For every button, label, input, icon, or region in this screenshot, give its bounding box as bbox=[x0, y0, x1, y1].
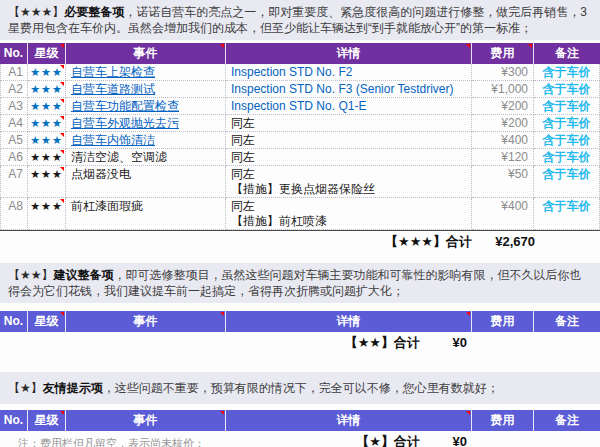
header-star-level: 星级 bbox=[28, 43, 66, 64]
header-note: 备注 bbox=[534, 410, 600, 431]
header-detail: 详情 bbox=[226, 410, 472, 431]
table-row: A4 ★★★ 自营车外观抛光去污 同左 ¥200 含于车价 bbox=[0, 115, 600, 132]
total-label: 【★★】合计 bbox=[0, 334, 420, 352]
star-tag: 【★★★】 bbox=[8, 5, 64, 19]
row-no: A7 bbox=[0, 166, 28, 198]
row-detail[interactable]: Inspection STD No. Q1-E bbox=[226, 98, 472, 115]
row-detail: 同左 bbox=[226, 132, 472, 149]
row-event-link[interactable]: 自营车外观抛光去污 bbox=[66, 115, 226, 132]
row-fee: ¥400 bbox=[472, 198, 534, 230]
total-row-one-star: 注：费用栏但凡留空，表示尚未核价； 【★】合计 ¥0 bbox=[0, 433, 600, 447]
section-title: 友情提示项 bbox=[43, 381, 103, 395]
header-fee: 费用 bbox=[472, 311, 534, 332]
row-star-rating: ★★★ bbox=[28, 98, 66, 115]
row-note-badge: 含于车价 bbox=[534, 64, 600, 81]
table-header-row: No. 星级 事件 详情 费用 备注 bbox=[0, 410, 600, 431]
table-row: A2 ★★★ 自营车道路测试 Inspection STD No. F3 (Se… bbox=[0, 81, 600, 98]
total-value: ¥2,670 bbox=[472, 233, 537, 251]
header-fee: 费用 bbox=[472, 43, 534, 64]
table-row: A6 ★★★ 清洁空滤、空调滤 同左 ¥120 含于车价 bbox=[0, 149, 600, 166]
row-fee: ¥1,000 bbox=[472, 81, 534, 98]
header-no: No. bbox=[0, 43, 28, 64]
header-event: 事件 bbox=[66, 410, 226, 431]
row-fee: ¥50 bbox=[472, 166, 534, 198]
three-star-table-body: A1 ★★★ 自营车上架检查 Inspection STD No. F2 ¥30… bbox=[0, 64, 600, 231]
row-note-badge: 含于车价 bbox=[534, 198, 600, 230]
row-no: A8 bbox=[0, 198, 28, 230]
row-no: A2 bbox=[0, 81, 28, 98]
table-header-row: No. 星级 事件 详情 费用 备注 bbox=[0, 43, 600, 64]
header-event: 事件 bbox=[66, 311, 226, 332]
header-no: No. bbox=[0, 311, 28, 332]
row-detail: 同左 bbox=[226, 115, 472, 132]
header-detail: 详情 bbox=[226, 311, 472, 332]
table-row: A8 ★★★ 前杠漆面瑕疵 同左【措施】前杠喷漆 ¥400 含于车价 bbox=[0, 198, 600, 230]
one-star-table: No. 星级 事件 详情 费用 备注 bbox=[0, 410, 600, 431]
section-title: 必要整备项 bbox=[64, 5, 124, 19]
row-fee: ¥200 bbox=[472, 115, 534, 132]
row-no: A6 bbox=[0, 149, 28, 166]
table-row: A1 ★★★ 自营车上架检查 Inspection STD No. F2 ¥30… bbox=[0, 64, 600, 81]
section-three-star-intro: 【★★★】必要整备项，诺诺自营车的亮点之一，即对重要度、紧急度很高的问题进行修整… bbox=[0, 0, 600, 40]
row-star-rating: ★★★ bbox=[28, 81, 66, 98]
row-note-badge: 含于车价 bbox=[534, 132, 600, 149]
row-star-rating: ★★★ bbox=[28, 132, 66, 149]
total-label: 【★★★】合计 bbox=[0, 233, 472, 251]
total-row-two-star: 【★★】合计 ¥0 bbox=[0, 334, 600, 352]
row-note-badge: 含于车价 bbox=[534, 166, 600, 198]
row-note-badge: 含于车价 bbox=[534, 115, 600, 132]
section-two-star: 【★★】建议整备项，即可选修整项目，虽然这些问题对车辆主要功能和可靠性的影响有限… bbox=[0, 263, 600, 352]
row-detail[interactable]: Inspection STD No. F2 bbox=[226, 64, 472, 81]
row-note-badge: 含于车价 bbox=[534, 149, 600, 166]
row-event-link[interactable]: 自营车内饰清洁 bbox=[66, 132, 226, 149]
row-event-link[interactable]: 自营车道路测试 bbox=[66, 81, 226, 98]
row-detail: 同左 bbox=[226, 149, 472, 166]
section-one-star-intro: 【★】友情提示项，这些问题不重要，预算有限的情况下，完全可以不修，您心里有数就好… bbox=[0, 372, 600, 404]
row-event-link[interactable]: 自营车上架检查 bbox=[66, 64, 226, 81]
header-no: No. bbox=[0, 410, 28, 431]
row-detail: 同左【措施】更换点烟器保险丝 bbox=[226, 166, 472, 198]
row-no: A1 bbox=[0, 64, 28, 81]
header-star-level: 星级 bbox=[28, 410, 66, 431]
section-title: 建议整备项 bbox=[54, 268, 114, 282]
row-no: A5 bbox=[0, 132, 28, 149]
row-no: A3 bbox=[0, 98, 28, 115]
table-header-row: No. 星级 事件 详情 费用 备注 bbox=[0, 311, 600, 332]
section-desc: ，这些问题不重要，预算有限的情况下，完全可以不修，您心里有数就好； bbox=[103, 381, 499, 395]
row-fee: ¥300 bbox=[472, 64, 534, 81]
row-event-link: 点烟器没电 bbox=[66, 166, 226, 198]
row-fee: ¥200 bbox=[472, 98, 534, 115]
header-note: 备注 bbox=[534, 43, 600, 64]
header-detail: 详情 bbox=[226, 43, 472, 64]
total-value: ¥0 bbox=[420, 334, 467, 352]
row-star-rating: ★★★ bbox=[28, 198, 66, 230]
two-star-table: No. 星级 事件 详情 费用 备注 bbox=[0, 311, 600, 332]
header-star-level: 星级 bbox=[28, 311, 66, 332]
section-one-star: 【★】友情提示项，这些问题不重要，预算有限的情况下，完全可以不修，您心里有数就好… bbox=[0, 372, 600, 447]
row-detail: 同左【措施】前杠喷漆 bbox=[226, 198, 472, 230]
star-tag: 【★★】 bbox=[8, 268, 54, 282]
total-value: ¥0 bbox=[420, 433, 467, 447]
header-fee: 费用 bbox=[472, 410, 534, 431]
header-note: 备注 bbox=[534, 311, 600, 332]
row-star-rating: ★★★ bbox=[28, 64, 66, 81]
row-event-link[interactable]: 自营车功能配置检查 bbox=[66, 98, 226, 115]
row-note-badge: 含于车价 bbox=[534, 81, 600, 98]
section-three-star: 【★★★】必要整备项，诺诺自营车的亮点之一，即对重要度、紧急度很高的问题进行修整… bbox=[0, 0, 600, 251]
header-event: 事件 bbox=[66, 43, 226, 64]
table-row: A5 ★★★ 自营车内饰清洁 同左 ¥400 含于车价 bbox=[0, 132, 600, 149]
row-star-rating: ★★★ bbox=[28, 149, 66, 166]
three-star-table: No. 星级 事件 详情 费用 备注 A1 ★★★ 自营车上架检查 Inspec… bbox=[0, 43, 600, 231]
section-two-star-intro: 【★★】建议整备项，即可选修整项目，虽然这些问题对车辆主要功能和可靠性的影响有限… bbox=[0, 263, 600, 303]
footnote: 注：费用栏但凡留空，表示尚未核价； bbox=[18, 434, 205, 447]
row-star-rating: ★★★ bbox=[28, 115, 66, 132]
table-row: A3 ★★★ 自营车功能配置检查 Inspection STD No. Q1-E… bbox=[0, 98, 600, 115]
row-detail[interactable]: Inspection STD No. F3 (Senior Testdriver… bbox=[226, 81, 472, 98]
row-no: A4 bbox=[0, 115, 28, 132]
row-fee: ¥400 bbox=[472, 132, 534, 149]
row-note-badge: 含于车价 bbox=[534, 98, 600, 115]
row-star-rating: ★★★ bbox=[28, 166, 66, 198]
row-fee: ¥120 bbox=[472, 149, 534, 166]
refurbishment-report: 【★★★】必要整备项，诺诺自营车的亮点之一，即对重要度、紧急度很高的问题进行修整… bbox=[0, 0, 600, 447]
row-event-link: 清洁空滤、空调滤 bbox=[66, 149, 226, 166]
